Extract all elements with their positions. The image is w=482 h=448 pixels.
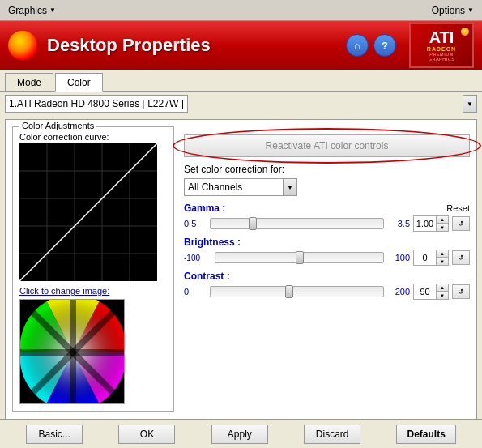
contrast-thumb[interactable] [285, 285, 293, 298]
contrast-header: Contrast : [184, 271, 470, 282]
sample-image[interactable] [19, 299, 125, 404]
svg-line-8 [19, 143, 157, 281]
gamma-reset-icon-button[interactable]: ↺ [452, 216, 470, 231]
brightness-value[interactable] [414, 250, 437, 265]
graphics-menu[interactable]: Graphics ▼ [3, 3, 61, 18]
apply-label: Apply [228, 429, 252, 440]
ati-circle [461, 28, 469, 36]
contrast-min: 0 [184, 287, 207, 297]
tab-color-label: Color [67, 77, 91, 88]
contrast-max: 200 [387, 287, 410, 297]
contrast-track[interactable] [210, 286, 384, 297]
graphics-menu-arrow: ▼ [49, 6, 56, 14]
brightness-reset-button[interactable]: ↺ [452, 250, 470, 265]
discard-label: Discard [316, 429, 349, 440]
menu-bar: Graphics ▼ Options ▼ [0, 0, 482, 21]
device-select[interactable]: 1.ATI Radeon HD 4800 Series [ L227W ] [5, 95, 188, 113]
gamma-header: Gamma : Reset [184, 203, 470, 214]
gamma-track[interactable] [210, 218, 384, 229]
gamma-spinner: ▲ ▼ [413, 215, 449, 232]
gamma-min: 0.5 [184, 219, 207, 228]
channel-select[interactable]: All Channels Red Green Blue [184, 178, 297, 196]
left-panel: Color Adjustments Color correction curve… [12, 126, 174, 418]
gamma-value[interactable] [414, 216, 437, 231]
options-menu-arrow: ▼ [467, 6, 474, 14]
brightness-label: Brightness : [184, 237, 241, 248]
gamma-spinner-btns: ▲ ▼ [437, 216, 448, 231]
tab-mode-label: Mode [17, 77, 41, 88]
brightness-spinner-down[interactable]: ▼ [437, 258, 448, 265]
app-icon [8, 31, 37, 60]
ati-logo: ATI RADEON PREMIUM GRAPHICS [409, 23, 474, 68]
contrast-section: Contrast : 0 200 ▲ ▼ ↺ [184, 271, 470, 300]
curve-label: Color correction curve: [19, 132, 167, 142]
brightness-thumb[interactable] [296, 251, 304, 264]
contrast-spinner-down[interactable]: ▼ [437, 292, 448, 299]
brightness-spinner-up[interactable]: ▲ [437, 250, 448, 258]
set-color-label: Set color correction for: [184, 164, 470, 175]
ok-label: OK [140, 429, 154, 440]
gamma-spinner-up[interactable]: ▲ [437, 216, 448, 224]
gamma-thumb[interactable] [249, 217, 257, 230]
ati-radeon-text: RADEON [427, 46, 456, 52]
change-image-label[interactable]: Click to change image: [19, 286, 167, 296]
options-menu[interactable]: Options ▼ [427, 3, 479, 18]
brightness-header: Brightness : [184, 237, 470, 248]
gamma-row: 0.5 3.5 ▲ ▼ ↺ [184, 215, 470, 232]
defaults-label: Defaults [407, 429, 445, 440]
brightness-row: -100 100 ▲ ▼ ↺ [184, 250, 470, 266]
graphics-menu-label: Graphics [8, 5, 47, 16]
ati-brand-text: ATI [429, 29, 454, 45]
main-content: Color Adjustments Color correction curve… [5, 119, 477, 425]
home-button[interactable]: ⌂ [346, 34, 369, 57]
brightness-min: -100 [184, 254, 211, 262]
contrast-spinner: ▲ ▼ [413, 284, 449, 300]
reactivate-button[interactable]: Reactivate ATI color controls [184, 134, 470, 157]
right-panel: Reactivate ATI color controls Set color … [184, 126, 470, 418]
basic-label: Basic... [38, 429, 70, 440]
curve-canvas[interactable] [19, 143, 157, 281]
help-button[interactable]: ? [373, 34, 396, 57]
header-buttons: ⌂ ? ATI RADEON PREMIUM GRAPHICS [346, 23, 474, 68]
reactivate-area: Reactivate ATI color controls [184, 134, 470, 157]
device-row: 1.ATI Radeon HD 4800 Series [ L227W ] ▼ [0, 92, 482, 116]
brightness-section: Brightness : -100 100 ▲ ▼ ↺ [184, 237, 470, 266]
apply-button[interactable]: Apply [211, 425, 268, 444]
discard-button[interactable]: Discard [304, 425, 360, 444]
tab-color[interactable]: Color [55, 73, 103, 92]
gamma-spinner-down[interactable]: ▼ [437, 224, 448, 231]
ok-button[interactable]: OK [118, 425, 175, 444]
device-select-arrow[interactable]: ▼ [463, 95, 477, 113]
ati-graphics-text: GRAPHICS [429, 57, 455, 62]
color-adjustments-group: Color Adjustments Color correction curve… [12, 126, 174, 412]
contrast-spinner-btns: ▲ ▼ [437, 284, 448, 299]
contrast-label: Contrast : [184, 271, 230, 282]
tabs-area: Mode Color [0, 70, 482, 92]
contrast-spinner-up[interactable]: ▲ [437, 284, 448, 292]
brightness-track[interactable] [215, 252, 384, 263]
contrast-row: 0 200 ▲ ▼ ↺ [184, 284, 470, 300]
gamma-label: Gamma : [184, 203, 225, 214]
defaults-button[interactable]: Defaults [396, 425, 455, 444]
bottom-bar: Basic... OK Apply Discard Defaults [0, 419, 482, 448]
brightness-max: 100 [387, 253, 410, 262]
brightness-spinner-btns: ▲ ▼ [437, 250, 448, 265]
tab-mode[interactable]: Mode [5, 73, 53, 91]
options-menu-label: Options [432, 5, 465, 16]
page-title: Desktop Properties [47, 35, 346, 56]
gamma-section: Gamma : Reset 0.5 3.5 ▲ ▼ ↺ [184, 203, 470, 232]
contrast-value[interactable] [414, 284, 437, 299]
gamma-reset-button[interactable]: Reset [446, 203, 470, 213]
device-select-wrapper: 1.ATI Radeon HD 4800 Series [ L227W ] ▼ [5, 95, 477, 113]
gamma-max: 3.5 [387, 219, 410, 228]
brightness-spinner: ▲ ▼ [413, 250, 449, 266]
contrast-reset-button[interactable]: ↺ [452, 284, 470, 299]
channel-select-wrapper: All Channels Red Green Blue ▼ [184, 178, 297, 196]
basic-button[interactable]: Basic... [26, 425, 83, 444]
header: Desktop Properties ⌂ ? ATI RADEON PREMIU… [0, 21, 482, 70]
home-icon: ⌂ [354, 40, 360, 52]
help-icon: ? [382, 40, 388, 52]
group-label: Color Adjustments [19, 121, 96, 130]
reactivate-label: Reactivate ATI color controls [266, 140, 389, 151]
